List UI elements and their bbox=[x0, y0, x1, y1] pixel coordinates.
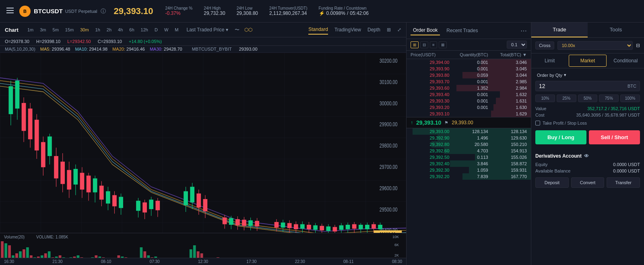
qty-input[interactable] bbox=[539, 83, 627, 89]
svg-rect-108 bbox=[365, 225, 369, 229]
settings-icon[interactable]: ⊟ bbox=[636, 43, 640, 48]
ask-row[interactable]: 29,393.30 0.001 1.631 bbox=[407, 98, 531, 104]
tf-1m[interactable]: 1m bbox=[26, 27, 35, 33]
ohlc-change: +14.80 (+0.05%) bbox=[129, 39, 162, 44]
pct-75[interactable]: 75% bbox=[599, 94, 619, 102]
chart-line-icon[interactable]: 〜 bbox=[235, 27, 239, 33]
tab-orderbook[interactable]: Order Book bbox=[411, 26, 440, 35]
tab-tools[interactable]: Tools bbox=[588, 23, 644, 37]
ask-qty: 0.001 bbox=[449, 60, 488, 65]
convert-button[interactable]: Convert bbox=[571, 177, 605, 188]
coin-icon: B bbox=[19, 6, 31, 17]
ob-view-3[interactable]: ≡ bbox=[430, 41, 437, 48]
ob-more-icon[interactable]: ⋯ bbox=[520, 27, 527, 35]
vol-value: VOLUME: 1.085K bbox=[36, 235, 68, 239]
tp-checkbox[interactable] bbox=[535, 121, 540, 125]
ask-price: 29,393.70 bbox=[411, 79, 449, 84]
stat-turnover-value: 2,112,980,267.34 bbox=[269, 10, 307, 16]
price-type-dropdown[interactable]: Last Traded Price ▾ bbox=[186, 27, 228, 33]
tf-d[interactable]: D bbox=[153, 27, 159, 33]
menu-icon[interactable] bbox=[6, 8, 14, 14]
mid-arrow: ↑ bbox=[411, 120, 413, 125]
tf-6h[interactable]: 6h bbox=[128, 27, 136, 33]
pct-25[interactable]: 25% bbox=[557, 94, 576, 102]
bid-qty: 4.703 bbox=[449, 148, 488, 153]
tab-tradingview[interactable]: TradingView bbox=[334, 25, 361, 34]
tab-depth[interactable]: Depth bbox=[367, 25, 380, 34]
ask-price: 29,393.60 bbox=[411, 86, 449, 90]
rp-controls: Cross 10.00x 5.00x 20.00x ⊟ bbox=[531, 38, 644, 53]
tf-3m[interactable]: 3m bbox=[38, 27, 47, 33]
bid-row[interactable]: 29,392.50 0.113 155.026 bbox=[407, 154, 531, 160]
ob-view-1[interactable]: ⊞ bbox=[411, 41, 419, 48]
cost-label: Cost bbox=[535, 113, 545, 117]
avail-label: Available Balance bbox=[535, 168, 570, 173]
ob-view-2[interactable]: ⊟ bbox=[420, 41, 428, 48]
bid-price: 29,392.60 bbox=[411, 148, 449, 153]
ask-price: 29,393.20 bbox=[411, 105, 449, 110]
svg-rect-42 bbox=[93, 179, 97, 193]
bid-row[interactable]: 29,392.80 20.580 150.210 bbox=[407, 141, 531, 148]
pct-10[interactable]: 10% bbox=[535, 94, 555, 102]
ob-depth-select[interactable]: 0.1 0.5 1.0 bbox=[507, 41, 527, 49]
deposit-button[interactable]: Deposit bbox=[535, 177, 569, 188]
tab-limit[interactable]: Limit bbox=[531, 53, 568, 68]
tab-market[interactable]: Market bbox=[569, 55, 606, 67]
grid-icon[interactable]: ⊞ bbox=[387, 27, 391, 33]
bid-total: 150.210 bbox=[488, 142, 527, 147]
tf-15m[interactable]: 15m bbox=[64, 27, 75, 33]
tf-4h[interactable]: 4h bbox=[116, 27, 124, 33]
bid-row[interactable]: 29,393.00 128.134 128.134 bbox=[407, 128, 531, 135]
tf-12h[interactable]: 12h bbox=[139, 27, 150, 33]
ask-row[interactable]: 29,394.00 0.001 3.046 bbox=[407, 59, 531, 66]
tf-2h[interactable]: 2h bbox=[105, 27, 113, 33]
svg-rect-84 bbox=[287, 223, 292, 228]
leverage-select[interactable]: 10.00x 5.00x 20.00x bbox=[557, 41, 633, 50]
bid-qty: 3.846 bbox=[449, 161, 488, 166]
ob-view-4[interactable]: ⊠ bbox=[439, 41, 447, 48]
ask-row[interactable]: 29,393.80 0.059 3.044 bbox=[407, 72, 531, 78]
pct-50[interactable]: 50% bbox=[578, 94, 598, 102]
funding-rate: 0.0098% bbox=[326, 10, 345, 16]
pct-100[interactable]: 100% bbox=[620, 94, 640, 102]
bid-row[interactable]: 29,392.20 7.839 167.770 bbox=[407, 173, 531, 180]
svg-rect-78 bbox=[255, 221, 259, 226]
svg-rect-102 bbox=[346, 225, 350, 229]
eye-icon[interactable]: 👁 bbox=[584, 153, 589, 159]
svg-rect-24 bbox=[35, 120, 39, 150]
coin-name: BTCUSDT bbox=[34, 8, 63, 14]
ask-row[interactable]: 29,393.10 1.629 bbox=[407, 111, 531, 117]
tf-30m[interactable]: 30m bbox=[78, 27, 90, 33]
transfer-button[interactable]: Transfer bbox=[607, 177, 640, 188]
tab-trade[interactable]: Trade bbox=[531, 23, 588, 37]
tab-conditional[interactable]: Conditional bbox=[607, 53, 644, 68]
ohlc-bar: O=29378.30 H=29398.10 L=29342.50 C=29393… bbox=[0, 37, 406, 46]
expand-icon[interactable]: ⤢ bbox=[397, 27, 401, 33]
bid-price: 29,392.40 bbox=[411, 161, 449, 166]
tf-1h[interactable]: 1h bbox=[94, 27, 102, 33]
bid-row[interactable]: 29,392.60 4.703 154.913 bbox=[407, 148, 531, 154]
bid-qty: 0.113 bbox=[449, 155, 488, 160]
bid-row[interactable]: 29,392.30 1.059 159.931 bbox=[407, 167, 531, 173]
tf-w[interactable]: W bbox=[163, 27, 170, 33]
ask-row[interactable]: 29,393.20 0.001 1.630 bbox=[407, 104, 531, 111]
buy-long-button[interactable]: Buy / Long bbox=[535, 130, 586, 144]
tf-5m[interactable]: 5m bbox=[51, 27, 60, 33]
ask-row[interactable]: 29,393.60 1.352 2.984 bbox=[407, 85, 531, 91]
tab-recent-trades[interactable]: Recent Trades bbox=[444, 26, 480, 35]
bid-row[interactable]: 29,392.40 3.846 158.872 bbox=[407, 160, 531, 167]
ask-row[interactable]: 29,393.70 0.001 2.985 bbox=[407, 78, 531, 85]
bid-row[interactable]: 29,392.90 1.496 129.630 bbox=[407, 135, 531, 141]
account-header: Derivatives Account 👁 bbox=[535, 153, 640, 159]
ask-row[interactable]: 29,393.90 0.001 3.045 bbox=[407, 66, 531, 72]
svg-rect-46 bbox=[106, 191, 110, 204]
ask-row[interactable]: 29,393.40 0.001 1.632 bbox=[407, 91, 531, 98]
value-cost-section: Value 352,717.2 / 352,716 USDT Cost 35,6… bbox=[535, 106, 640, 117]
tab-standard[interactable]: Standard bbox=[308, 25, 328, 35]
flag-icon: ⚑ bbox=[444, 120, 448, 125]
sell-short-button[interactable]: Sell / Short bbox=[589, 130, 640, 144]
svg-rect-20 bbox=[22, 103, 26, 131]
info-icon[interactable]: ⓘ bbox=[101, 8, 106, 15]
tf-m[interactable]: M bbox=[173, 27, 180, 33]
indicators-icon[interactable]: ⬡⬡ bbox=[244, 27, 252, 33]
